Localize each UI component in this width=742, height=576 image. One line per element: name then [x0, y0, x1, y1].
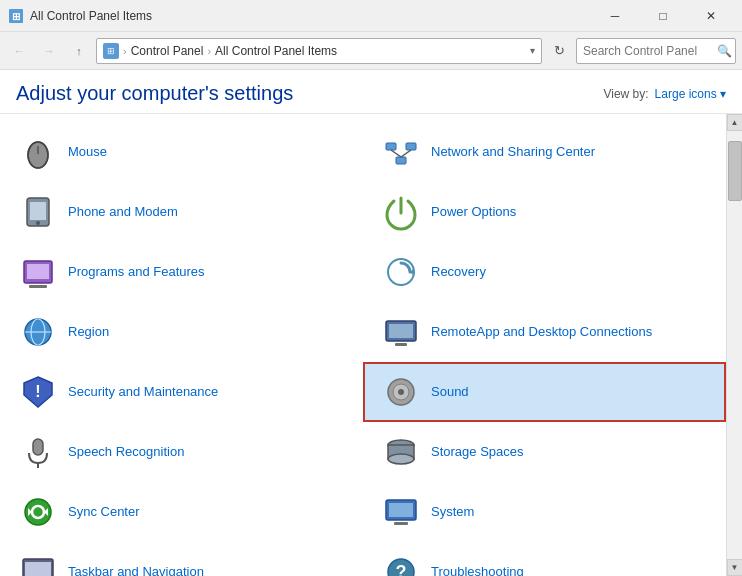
svg-rect-30 [33, 439, 43, 455]
items-area: MouseNetwork and Sharing CenterPhone and… [0, 114, 742, 576]
control-item-mouse[interactable]: Mouse [0, 122, 363, 182]
security-label: Security and Maintenance [68, 384, 218, 401]
svg-rect-5 [396, 157, 406, 164]
scroll-thumb[interactable] [728, 141, 742, 201]
control-item-region[interactable]: Region [0, 302, 363, 362]
window-icon: ⊞ [8, 8, 24, 24]
system-icon [381, 492, 421, 532]
window-controls: ─ □ ✕ [592, 1, 734, 31]
phone-label: Phone and Modem [68, 204, 178, 221]
phone-icon [18, 192, 58, 232]
control-item-phone[interactable]: Phone and Modem [0, 182, 363, 242]
svg-rect-6 [386, 143, 396, 150]
close-button[interactable]: ✕ [688, 1, 734, 31]
svg-rect-39 [389, 503, 413, 517]
svg-point-12 [36, 221, 40, 225]
storage-label: Storage Spaces [431, 444, 524, 461]
path-all-items: All Control Panel Items [215, 44, 337, 58]
forward-button[interactable]: → [36, 38, 62, 64]
control-item-security[interactable]: !Security and Maintenance [0, 362, 363, 422]
path-control-panel: Control Panel [131, 44, 204, 58]
svg-text:!: ! [35, 383, 40, 400]
view-mode-link[interactable]: Large icons ▾ [655, 87, 726, 101]
mouse-label: Mouse [68, 144, 107, 161]
svg-text:?: ? [396, 562, 407, 576]
scroll-track [727, 131, 743, 559]
title-bar: ⊞ All Control Panel Items ─ □ ✕ [0, 0, 742, 32]
maximize-button[interactable]: □ [640, 1, 686, 31]
control-item-recovery[interactable]: Recovery [363, 242, 726, 302]
region-label: Region [68, 324, 109, 341]
taskbar-label: Taskbar and Navigation [68, 564, 204, 576]
mouse-icon [18, 132, 58, 172]
security-icon: ! [18, 372, 58, 412]
control-item-sync[interactable]: Sync Center [0, 482, 363, 542]
power-label: Power Options [431, 204, 516, 221]
path-dropdown-icon[interactable]: ▾ [530, 45, 535, 56]
recovery-icon [381, 252, 421, 292]
content-header: Adjust your computer's settings View by:… [0, 70, 742, 114]
svg-rect-43 [25, 562, 51, 576]
svg-rect-7 [406, 143, 416, 150]
control-item-power[interactable]: Power Options [363, 182, 726, 242]
sync-label: Sync Center [68, 504, 140, 521]
control-item-taskbar[interactable]: Taskbar and Navigation [0, 542, 363, 576]
search-icon[interactable]: 🔍 [717, 44, 732, 58]
view-by-section: View by: Large icons ▾ [603, 87, 726, 101]
refresh-button[interactable]: ↻ [546, 38, 572, 64]
control-item-network[interactable]: Network and Sharing Center [363, 122, 726, 182]
trouble-icon: ? [381, 552, 421, 576]
remote-label: RemoteApp and Desktop Connections [431, 324, 652, 341]
view-by-label: View by: [603, 87, 648, 101]
svg-rect-15 [27, 264, 49, 279]
page-title: Adjust your computer's settings [16, 82, 293, 105]
address-path[interactable]: ⊞ › Control Panel › All Control Panel It… [96, 38, 542, 64]
control-item-trouble[interactable]: ?Troubleshooting [363, 542, 726, 576]
main-content: Adjust your computer's settings View by:… [0, 70, 742, 576]
search-wrap: 🔍 [576, 38, 736, 64]
svg-point-29 [398, 389, 404, 395]
network-icon [381, 132, 421, 172]
svg-text:⊞: ⊞ [12, 11, 20, 22]
system-label: System [431, 504, 474, 521]
sound-label: Sound [431, 384, 469, 401]
svg-rect-16 [29, 285, 47, 288]
speech-icon [18, 432, 58, 472]
svg-rect-23 [389, 324, 413, 338]
remote-icon [381, 312, 421, 352]
region-icon [18, 312, 58, 352]
programs-icon [18, 252, 58, 292]
sound-icon [381, 372, 421, 412]
search-input[interactable] [576, 38, 736, 64]
scroll-up-button[interactable]: ▲ [727, 114, 743, 131]
speech-label: Speech Recognition [68, 444, 184, 461]
items-grid: MouseNetwork and Sharing CenterPhone and… [0, 114, 726, 576]
svg-rect-11 [30, 202, 46, 220]
control-item-speech[interactable]: Speech Recognition [0, 422, 363, 482]
minimize-button[interactable]: ─ [592, 1, 638, 31]
scroll-down-button[interactable]: ▼ [727, 559, 743, 576]
recovery-label: Recovery [431, 264, 486, 281]
control-item-system[interactable]: System [363, 482, 726, 542]
svg-line-9 [401, 150, 411, 157]
trouble-label: Troubleshooting [431, 564, 524, 576]
control-item-sound[interactable]: Sound [363, 362, 726, 422]
scrollbar[interactable]: ▲ ▼ [726, 114, 742, 576]
svg-point-34 [388, 454, 414, 464]
power-icon [381, 192, 421, 232]
network-label: Network and Sharing Center [431, 144, 595, 161]
svg-rect-40 [394, 522, 408, 525]
taskbar-icon [18, 552, 58, 576]
control-item-storage[interactable]: Storage Spaces [363, 422, 726, 482]
address-bar: ← → ↑ ⊞ › Control Panel › All Control Pa… [0, 32, 742, 70]
window-title: All Control Panel Items [30, 9, 592, 23]
control-item-remote[interactable]: RemoteApp and Desktop Connections [363, 302, 726, 362]
up-button[interactable]: ↑ [66, 38, 92, 64]
back-button[interactable]: ← [6, 38, 32, 64]
svg-rect-24 [395, 343, 407, 346]
storage-icon [381, 432, 421, 472]
control-item-programs[interactable]: Programs and Features [0, 242, 363, 302]
svg-line-8 [391, 150, 401, 157]
programs-label: Programs and Features [68, 264, 205, 281]
sync-icon [18, 492, 58, 532]
